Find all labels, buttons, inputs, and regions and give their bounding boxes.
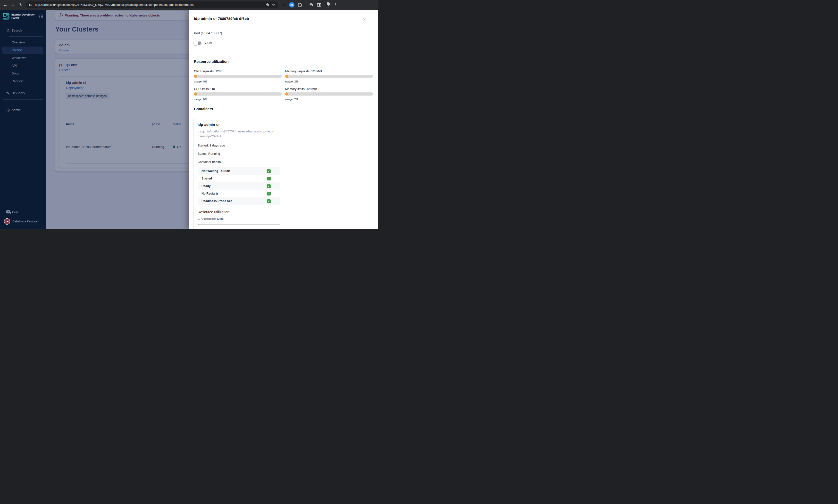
- sidebar-item-label: Overview: [12, 40, 25, 44]
- yaml-toggle[interactable]: [194, 41, 202, 45]
- user-name: Debabrata Panigrahi: [12, 220, 39, 223]
- sidebar-item-help[interactable]: ? Help: [0, 208, 46, 215]
- metric-cpu-requests: CPU requests: 128m usage: 0%: [194, 69, 282, 83]
- url-text[interactable]: app.harness.io/ng/account/vpCkHKsDSxK9_K…: [35, 3, 263, 6]
- metric-usage: usage: 0%: [194, 98, 282, 101]
- side-panel-icon[interactable]: [317, 3, 321, 6]
- wrench-icon: [6, 91, 10, 95]
- toolbar-divider: [305, 3, 306, 7]
- forward-icon[interactable]: →: [10, 2, 16, 7]
- brand-title: Internal Developer Portal: [12, 13, 37, 20]
- container-status: Status: Running: [197, 152, 280, 156]
- screen: ← → ↻ app.harness.io/ng/account/vpCkHKsD…: [0, 0, 378, 229]
- metric-fill: [197, 224, 198, 225]
- sidebar-item-label: Docs: [12, 72, 19, 75]
- bookmark-star-icon[interactable]: ☆: [272, 3, 275, 7]
- health-row-ready: Ready ✓: [197, 182, 280, 190]
- check-icon: ✓: [267, 192, 271, 196]
- browser-toolbar: ← → ↻ app.harness.io/ng/account/vpCkHKsD…: [0, 0, 378, 10]
- metric-knob: [194, 92, 197, 95]
- sidebar: Internal Developer Portal Search Overvie…: [0, 10, 46, 229]
- metric-usage: usage: 2%: [285, 98, 373, 101]
- sidebar-item-label: Search: [12, 29, 22, 32]
- address-bar[interactable]: app.harness.io/ng/account/vpCkHKsDSxK9_K…: [26, 1, 278, 8]
- pod-subtitle: Pod (10.64.10.217): [194, 31, 373, 35]
- extensions-puzzle-icon[interactable]: [298, 3, 302, 7]
- sidebar-item-label: API: [12, 64, 17, 68]
- container-resource-heading: Resource utilization: [197, 210, 280, 214]
- metric-knob: [285, 75, 289, 78]
- health-row-no-restarts: No Restarts ✓: [197, 190, 280, 197]
- sidebar-item-api[interactable]: API: [0, 62, 46, 69]
- container-started: Started: 3 days ago: [197, 144, 280, 147]
- check-icon: ✓: [267, 199, 271, 203]
- sidebar-item-devtools[interactable]: DevTools: [0, 90, 46, 97]
- sidebar-item-label: Admin: [12, 108, 21, 112]
- brand: Internal Developer Portal: [0, 10, 46, 23]
- sidebar-item-label: Catalog: [12, 48, 22, 52]
- health-row-not-waiting: Not Waiting To Start ✓: [197, 167, 280, 175]
- metric-label: CPU requests: 128m: [197, 217, 280, 220]
- browser-profile-avatar[interactable]: [325, 2, 330, 8]
- container-health-heading: Container health: [197, 160, 280, 164]
- zoom-extension-icon[interactable]: zm: [289, 2, 295, 7]
- metric-label: CPU limits: 0m: [194, 87, 282, 91]
- health-label: Ready: [202, 184, 211, 188]
- health-label: Not Waiting To Start: [202, 169, 230, 173]
- metric-memory-requests: Memory requests: 128MiB usage: 2%: [285, 69, 373, 83]
- reload-icon[interactable]: ↻: [18, 2, 24, 7]
- container-metric-cpu-limits: CPU limits: 0m: [197, 229, 280, 229]
- metric-label: CPU limits: 0m: [197, 229, 280, 229]
- back-icon[interactable]: ←: [2, 2, 8, 7]
- metric-usage: usage: 2%: [285, 80, 373, 83]
- sidebar-item-catalog[interactable]: Catalog: [2, 47, 43, 54]
- metric-knob: [194, 75, 197, 78]
- sidebar-user[interactable]: DP Debabrata Panigrahi: [0, 215, 46, 229]
- sidebar-item-label: Workflows: [12, 56, 26, 60]
- drawer-title: idp-admin-ui-7889789fc6-9f6cb: [194, 17, 361, 21]
- close-icon[interactable]: ✕: [361, 17, 368, 22]
- container-card: idp-admin-ui us.gcr.io/platform-205701/h…: [193, 117, 284, 229]
- sidebar-item-search[interactable]: Search: [0, 27, 46, 34]
- metric-usage: usage: 0%: [194, 80, 282, 83]
- container-name: idp-admin-ui: [197, 123, 280, 127]
- sidebar-item-label: Register: [12, 79, 23, 83]
- help-label: Help: [12, 211, 18, 213]
- sidebar-item-overview[interactable]: Overview: [0, 39, 46, 46]
- pod-details-drawer: idp-admin-ui-7889789fc6-9f6cb ✕ Pod (10.…: [189, 10, 378, 229]
- check-icon: ✓: [267, 177, 271, 180]
- metric-bar: [194, 75, 282, 78]
- metric-bar: [194, 92, 282, 95]
- sidebar-item-register[interactable]: Register: [0, 78, 46, 85]
- harness-idp-logo: [3, 13, 10, 20]
- site-info-icon[interactable]: [29, 3, 33, 7]
- apps-grid-icon[interactable]: [39, 15, 43, 18]
- health-label: Readiness Probe Set: [202, 199, 232, 203]
- zoom-out-icon[interactable]: [266, 3, 270, 7]
- metric-bar: [285, 75, 373, 78]
- sidebar-divider: [3, 100, 43, 100]
- metric-label: Memory requests: 128MiB: [285, 69, 373, 73]
- browser-actions: ✳︎ zm ⋮: [283, 2, 337, 8]
- sidebar-item-label: DevTools: [12, 91, 24, 95]
- metric-cpu-limits: CPU limits: 0m usage: 0%: [194, 87, 282, 101]
- media-controls-icon[interactable]: [309, 3, 314, 7]
- container-image: us.gcr.io/platform-205701/harness/harnes…: [197, 129, 275, 139]
- metric-knob: [285, 92, 289, 95]
- container-metric-cpu-requests: CPU requests: 128m: [197, 217, 280, 225]
- spinner-extension-icon[interactable]: ✳︎: [283, 3, 286, 7]
- health-row-started: Started ✓: [197, 175, 280, 182]
- health-label: No Restarts: [202, 192, 219, 195]
- yaml-toggle-row: YAML: [194, 41, 373, 45]
- sidebar-item-docs[interactable]: Docs: [0, 70, 46, 77]
- browser-menu-icon[interactable]: ⋮: [334, 3, 337, 7]
- search-icon: [6, 29, 10, 32]
- resource-utilization-heading: Resource utilization: [194, 59, 373, 64]
- metric-bar: [285, 92, 373, 95]
- metric-label: Memory limits: 128MiB: [285, 87, 373, 91]
- sidebar-divider: [9, 87, 43, 87]
- check-icon: ✓: [267, 184, 271, 188]
- sidebar-item-workflows[interactable]: Workflows: [0, 54, 46, 61]
- gear-icon: [6, 108, 10, 112]
- sidebar-item-admin[interactable]: Admin: [0, 107, 46, 114]
